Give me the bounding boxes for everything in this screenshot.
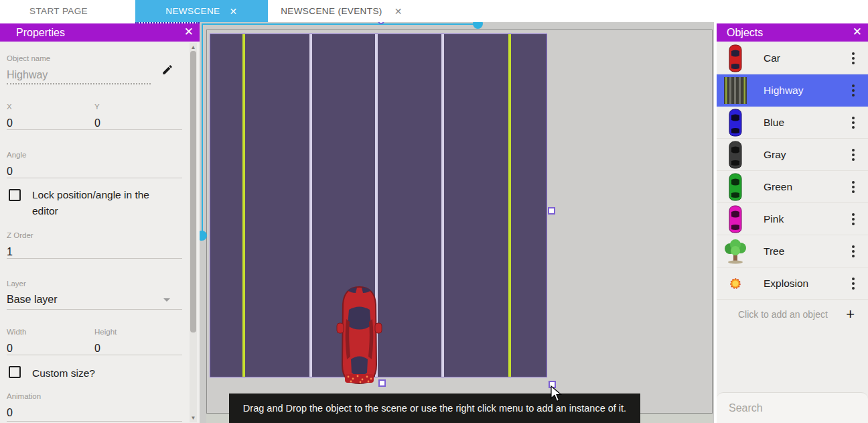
tab-label: NEWSCENE (EVENTS) — [281, 6, 382, 16]
object-name-value: Highway — [7, 69, 48, 81]
tab-start-page[interactable]: START PAGE — [0, 0, 117, 22]
blue-car-icon — [722, 108, 749, 137]
close-tab-icon[interactable]: ✕ — [230, 7, 238, 16]
layer-label: Layer — [7, 280, 26, 288]
z-order-label: Z Order — [7, 231, 33, 239]
tab-newscene[interactable]: NEWSCENE ✕ — [135, 0, 268, 22]
object-label: Pink — [764, 213, 784, 225]
tab-label: START PAGE — [29, 6, 88, 16]
lane-line-white — [441, 34, 444, 377]
game-window-border-top — [202, 23, 478, 25]
object-row-pink[interactable]: Pink — [717, 203, 868, 235]
red-car-instance[interactable] — [335, 284, 384, 386]
close-icon[interactable]: ✕ — [853, 26, 862, 38]
object-row-explosion[interactable]: Explosion — [717, 267, 868, 300]
animation-label: Animation — [7, 392, 41, 400]
animation-field[interactable]: 0 — [7, 407, 13, 419]
kebab-menu-icon[interactable] — [852, 149, 855, 161]
width-field[interactable]: 0 — [7, 343, 13, 355]
lock-position-label: Lock position/angle in the editor — [32, 187, 177, 219]
search-input[interactable] — [729, 402, 867, 414]
x-label: X — [7, 103, 12, 111]
object-label: Tree — [764, 245, 784, 257]
game-window-border-left — [202, 23, 203, 236]
angle-field[interactable]: 0 — [7, 166, 13, 178]
layer-select[interactable]: Base layer — [7, 294, 58, 306]
add-object-button[interactable]: Click to add an object + — [717, 300, 868, 329]
chevron-down-icon[interactable] — [163, 298, 170, 302]
object-label: Gray — [764, 149, 786, 161]
tab-newscene-events[interactable]: NEWSCENE (EVENTS) ✕ — [268, 0, 415, 22]
z-order-field[interactable]: 1 — [7, 246, 13, 258]
pink-car-icon — [722, 204, 749, 234]
width-label: Width — [7, 328, 26, 336]
field-underline — [7, 129, 182, 130]
object-label: Explosion — [764, 278, 808, 290]
tab-bar: START PAGE NEWSCENE ✕ NEWSCENE (EVENTS) … — [0, 0, 868, 22]
explosion-icon — [722, 269, 749, 298]
drag-drop-tooltip: Drag and Drop the object to the scene or… — [229, 394, 640, 423]
kebab-menu-icon[interactable] — [852, 213, 855, 225]
close-icon[interactable]: ✕ — [184, 26, 194, 38]
green-car-icon — [722, 172, 749, 202]
panel-title: Objects — [717, 27, 763, 39]
gray-car-icon — [722, 140, 749, 170]
properties-scrollbar[interactable]: ▲ ▼ — [190, 43, 197, 422]
lock-position-checkbox[interactable] — [9, 189, 21, 201]
object-row-blue[interactable]: Blue — [717, 107, 868, 139]
objects-panel-header: Objects ✕ — [717, 23, 868, 42]
custom-size-checkbox[interactable] — [9, 366, 21, 378]
resize-handle-bottom[interactable] — [378, 379, 386, 387]
object-row-highway[interactable]: Highway — [717, 74, 868, 107]
kebab-menu-icon[interactable] — [852, 117, 855, 129]
properties-panel-header: Properties ✕ — [0, 23, 200, 42]
y-field[interactable]: 0 — [94, 117, 100, 129]
highway-icon — [722, 76, 749, 105]
angle-label: Angle — [7, 151, 26, 159]
lane-line-white — [309, 34, 312, 377]
scroll-down-icon[interactable]: ▼ — [190, 415, 196, 421]
height-field[interactable]: 0 — [94, 343, 100, 355]
tab-label: NEWSCENE — [165, 6, 220, 16]
kebab-menu-icon[interactable] — [852, 84, 855, 97]
properties-panel: Properties ✕ Object name Highway X Y 0 0… — [0, 23, 200, 423]
object-row-green[interactable]: Green — [717, 171, 868, 203]
panel-title: Properties — [0, 27, 65, 39]
close-tab-icon[interactable]: ✕ — [394, 7, 403, 16]
object-row-car[interactable]: Car — [717, 42, 868, 74]
window-border-handle-icon[interactable] — [473, 22, 483, 29]
add-object-label: Click to add an object — [738, 309, 828, 320]
field-underline — [7, 178, 182, 178]
kebab-menu-icon[interactable] — [852, 278, 855, 290]
field-underline — [7, 309, 182, 310]
object-label: Car — [764, 52, 780, 64]
object-label: Green — [764, 181, 792, 193]
object-name-label: Object name — [7, 54, 50, 62]
resize-handle-right[interactable] — [548, 207, 555, 215]
kebab-menu-icon[interactable] — [852, 52, 855, 64]
kebab-menu-icon[interactable] — [852, 245, 855, 257]
scene-canvas[interactable]: Drag and Drop the object to the scene or… — [200, 22, 714, 423]
tooltip-text: Drag and Drop the object to the scene or… — [243, 403, 626, 414]
y-label: Y — [94, 103, 100, 111]
x-field[interactable]: 0 — [7, 117, 13, 129]
edit-pencil-icon[interactable] — [161, 64, 173, 76]
tab-spacer — [117, 0, 135, 22]
object-row-gray[interactable]: Gray — [717, 139, 868, 171]
field-underline — [7, 355, 182, 355]
object-row-tree[interactable]: Tree — [717, 235, 868, 267]
object-label: Blue — [764, 117, 784, 129]
objects-panel: Objects ✕ Car — [717, 23, 868, 423]
object-label: Highway — [764, 84, 803, 97]
object-search-card — [717, 392, 868, 423]
kebab-menu-icon[interactable] — [852, 181, 855, 193]
scrollbar-thumb[interactable] — [190, 51, 196, 333]
object-list: Car Highway — [717, 42, 868, 329]
lane-line-yellow — [508, 34, 511, 377]
red-car-icon — [722, 44, 749, 73]
field-underline — [7, 421, 182, 422]
lane-line-yellow — [242, 34, 245, 377]
plus-icon[interactable]: + — [846, 307, 855, 322]
scroll-up-icon[interactable]: ▲ — [190, 44, 196, 50]
field-underline — [7, 83, 151, 84]
